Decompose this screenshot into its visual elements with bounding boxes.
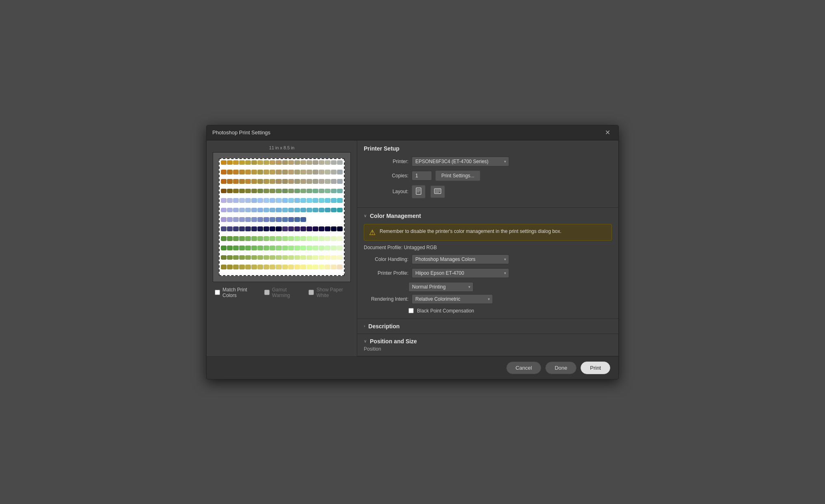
color-swatch [294,198,300,203]
description-header[interactable]: › Description [364,323,612,330]
color-swatch [221,236,227,241]
normal-printing-select[interactable]: Normal Printing Hard Proofing [408,282,473,292]
cancel-button[interactable]: Cancel [506,362,541,374]
color-swatch [233,170,239,174]
color-swatch [325,179,330,184]
color-handling-label: Color Handling: [364,256,408,262]
color-swatch [282,265,288,269]
color-swatch [307,246,312,250]
color-swatch [245,217,251,222]
color-swatch [288,217,294,222]
color-swatch [331,236,337,241]
color-swatch [300,255,306,260]
action-bar: Cancel Done Print [207,356,618,379]
gamut-warning-checkbox[interactable] [264,290,270,295]
position-size-header[interactable]: ∨ Position and Size [364,338,612,345]
color-swatch [307,170,312,174]
layout-portrait-button[interactable] [412,185,425,198]
color-swatch [294,217,300,222]
color-swatch [239,236,245,241]
color-swatch [313,246,318,250]
color-management-header[interactable]: ∨ Color Management [364,213,612,219]
color-swatch [239,179,245,184]
color-swatch [300,198,306,203]
done-button[interactable]: Done [545,362,577,374]
show-paper-white-checkbox[interactable] [309,290,314,295]
color-swatch [276,198,281,203]
color-swatch [282,217,288,222]
color-swatch [331,179,337,184]
show-paper-white-label[interactable]: Show Paper White [309,287,349,298]
color-swatch [307,189,312,194]
color-swatch [233,236,239,241]
description-section[interactable]: › Description [357,319,618,334]
printer-profile-label: Printer Profile: [364,270,408,276]
color-swatch [227,179,233,184]
color-swatch [239,160,245,165]
color-swatch [294,189,300,194]
color-swatch [294,160,300,165]
color-swatch [257,265,263,269]
color-swatch [288,255,294,260]
color-swatch [263,236,269,241]
printer-setup-title: Printer Setup [364,145,400,152]
gamut-warning-label[interactable]: Gamut Warning [264,287,299,298]
color-swatch [227,246,233,250]
color-swatch [337,208,343,213]
color-swatch [227,160,233,165]
color-swatch [233,179,239,184]
color-swatch [331,189,337,194]
color-swatch [331,226,337,231]
color-swatch [337,217,343,222]
printer-profile-select[interactable]: Hiipoo Epson ET-4700 sRGB IEC61966-2.1 A… [412,268,509,278]
match-print-colors-checkbox[interactable] [215,290,220,295]
color-swatch [282,255,288,260]
color-swatch [276,170,281,174]
color-swatch [282,170,288,174]
color-swatch [245,255,251,260]
layout-landscape-button[interactable] [430,185,445,198]
color-swatch [288,179,294,184]
preview-inner [219,158,345,276]
color-swatch [337,160,343,165]
printer-select[interactable]: EPSONE6F3C4 (ET-4700 Series) [412,157,509,166]
color-swatch [325,160,330,165]
show-paper-white-text: Show Paper White [316,287,349,298]
printer-profile-row: Printer Profile: Hiipoo Epson ET-4700 sR… [364,268,612,278]
color-swatch [263,265,269,269]
color-swatch [251,246,257,250]
color-swatch [325,265,330,269]
color-swatch [270,179,275,184]
color-swatch [245,189,251,194]
print-settings-button[interactable]: Print Settings... [435,170,480,181]
color-swatch [331,208,337,213]
color-swatch [263,198,269,203]
color-swatch [319,160,324,165]
color-swatch [251,160,257,165]
description-chevron: › [364,324,365,328]
rendering-intent-select[interactable]: Relative Colorimetric Perceptual Saturat… [412,294,493,304]
close-button[interactable]: ✕ [603,129,613,137]
color-swatch [331,170,337,174]
color-swatch [325,198,330,203]
print-button[interactable]: Print [581,362,610,374]
color-swatch [257,160,263,165]
black-point-checkbox[interactable] [408,308,414,313]
color-swatch [221,255,227,260]
color-swatch [245,198,251,203]
color-handling-select[interactable]: Photoshop Manages Colors Printer Manages… [412,254,509,264]
color-swatch [282,160,288,165]
color-swatch [313,255,318,260]
color-swatch [331,160,337,165]
match-print-colors-label[interactable]: Match Print Colors [215,287,255,298]
printer-select-wrapper: EPSONE6F3C4 (ET-4700 Series) [412,157,509,166]
color-swatch [251,170,257,174]
copies-input[interactable] [412,171,432,181]
color-swatch [245,179,251,184]
color-swatch [227,236,233,241]
printer-label: Printer: [364,159,408,164]
color-swatch [325,255,330,260]
dialog-title: Photoshop Print Settings [212,129,270,136]
color-swatch [221,170,227,174]
color-swatch [331,217,337,222]
